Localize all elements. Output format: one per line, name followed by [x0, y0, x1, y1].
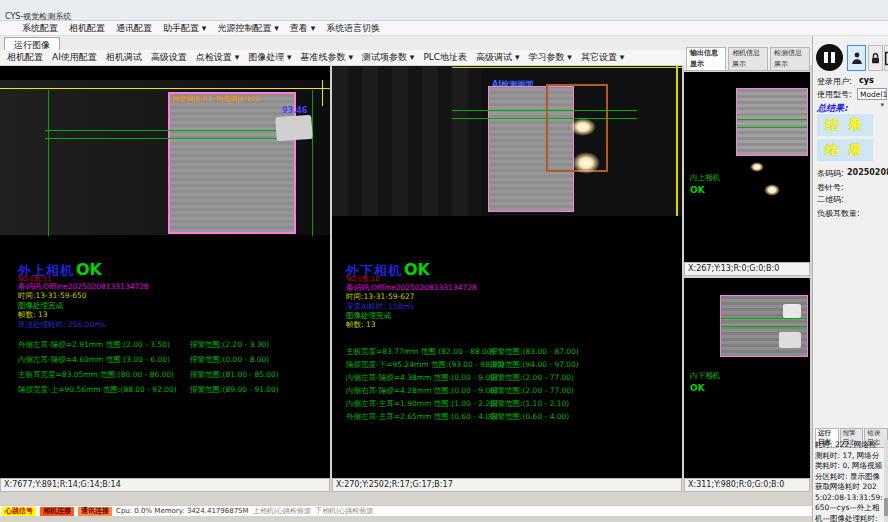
overlay-flare-spot [572, 152, 600, 174]
left-camera-image[interactable]: 固定阈值:93, 动态阈值:100 93.46 [0, 80, 330, 235]
left-process-status: 图像处理完成 [18, 302, 63, 310]
middle-camera-image[interactable]: AI检测画面 [332, 66, 682, 216]
tool-learning-params[interactable]: 学习参数 ▾ [529, 51, 572, 64]
top-camera-heartbeat-text: 上相机|心跳检验源 [253, 506, 311, 516]
user-button[interactable] [847, 45, 866, 71]
exit-button[interactable] [884, 45, 888, 71]
status-bar: 心跳信号 相机连接 通讯连接 Cpu: 0.0% Memory: 3424.41… [0, 505, 812, 516]
left-measure-row: 外侧左耳-隔膜=2.91mm 范围:(2.00 - 3.50) [18, 340, 170, 350]
menu-assistant-config[interactable]: 助手配置 ▾ [163, 22, 206, 35]
tool-advanced-settings[interactable]: 高级设置 [151, 51, 187, 64]
overlay-green-vline-left [48, 90, 49, 236]
overlay-yellow-hline [452, 67, 682, 68]
overlay-green-vline-right [312, 90, 313, 236]
middle-alarm-row: 报警范围:(2.00 - 77.00) [490, 386, 574, 396]
thumb-bottom-status: OK [690, 384, 705, 393]
thumb-top-label: 内上相机 [690, 174, 720, 182]
result-box-bottom: 结 果 [817, 139, 873, 161]
overlay-green-hline [721, 326, 807, 327]
barcode-label: 条码码: [817, 168, 844, 179]
middle-measure-row: 内侧右耳-隔膜=4.28mm 范围:(0.00 - 9.00) [346, 386, 498, 396]
left-barcode: 条码码:Offline20250208133134728 [18, 283, 149, 291]
overlay-dark-texture [332, 66, 482, 216]
left-alarm-row: 报警范围:(2.20 - 3.30) [190, 340, 269, 350]
middle-measure-row: 隔膜宽度-下=95.24mm 范围:(93.00 - 98.00) [346, 360, 505, 370]
log-scrollbar[interactable] [884, 440, 888, 522]
tool-plc-address[interactable]: PLC地址表 [423, 51, 467, 64]
tool-ai-config[interactable]: AI使用配置 [52, 51, 97, 64]
middle-barcode: 条码码:Offline20250208133134728 [346, 284, 477, 292]
thumb-tab-output-info[interactable]: 输出信息显示 [686, 47, 726, 70]
overlay-green-hline-2 [452, 118, 637, 119]
left-elapsed: 算法处理耗时: 256.00ms [18, 321, 105, 329]
cpu-memory-readout: Cpu: 0.0% Memory: 3424.41796875M [116, 507, 249, 515]
middle-ng-count: NG次数:10 [346, 276, 379, 283]
thumb-tab-detect-info[interactable]: 检测信息展示 [770, 47, 810, 70]
thumb-bottom-label: 内下相机 [690, 372, 720, 380]
left-time: 时间:13-31-59-650 [18, 292, 87, 300]
tool-spot-check[interactable]: 点检设置 ▾ [196, 51, 239, 64]
qr-code-label: 二维码: [817, 194, 844, 205]
comm-connection-indicator: 通讯连接 [78, 507, 112, 516]
menu-bar: 系统配置 相机配置 通讯配置 助手配置 ▾ 光源控制配置 ▾ 查看 ▾ 系统语言… [0, 21, 888, 36]
lock-button[interactable] [868, 45, 883, 71]
tool-test-params[interactable]: 测试项参数 ▾ [362, 51, 414, 64]
pause-icon [824, 52, 828, 63]
tool-image-processing[interactable]: 图像处理 ▾ [248, 51, 291, 64]
overlay-threshold-text: 固定阈值:93, 动态阈值:100 [172, 94, 259, 104]
overlay-green-hline-1 [452, 110, 637, 111]
middle-camera-status: OK [404, 260, 430, 279]
menu-camera-config[interactable]: 相机配置 [69, 22, 105, 35]
result-box-top: 结 果 [817, 114, 873, 136]
left-measure-row: 内侧左耳-隔膜=4.60mm 范围:(3.00 - 6.00) [18, 355, 170, 365]
left-alarm-row: 报警范围:(81.00 - 85.00) [190, 370, 279, 380]
menu-language-switch[interactable]: 系统语言切换 [326, 22, 380, 35]
left-coords-bar: X:7677;Y:891;R:14;G:14;B:14 [0, 478, 330, 492]
middle-alarm-row: 报警范围:(83.00 - 87.00) [490, 347, 579, 357]
overlay-flare-spot [764, 184, 780, 196]
menu-system-config[interactable]: 系统配置 [22, 22, 58, 35]
log-text: 耗时: 222, 网络检测耗时: 17, 网络分类耗时: 0, 网络视频分区耗时… [815, 440, 883, 522]
middle-process-status: 图像处理完成 [346, 312, 391, 320]
tab-count-label: 负极耳数量: [817, 208, 860, 219]
thumbnail-tab-strip: 输出信息显示 相机信息展示 检测信息展示 [684, 58, 810, 71]
overlay-green-hline [737, 119, 807, 120]
heartbeat-indicator: 心跳信号 [2, 507, 36, 516]
menu-view[interactable]: 查看 ▾ [290, 22, 315, 35]
left-camera-status: OK [76, 260, 102, 279]
model-label: 使用型号: [817, 89, 852, 100]
log-scrollbar-thumb[interactable] [884, 498, 888, 516]
tool-other-settings[interactable]: 其它设置 ▾ [581, 51, 624, 64]
tool-camera-config[interactable]: 相机配置 [7, 51, 43, 64]
tool-advanced-debug[interactable]: 高级调试 ▾ [476, 51, 519, 64]
tool-camera-debug[interactable]: 相机调试 [106, 51, 142, 64]
overlay-flare-spot [750, 162, 764, 172]
model-select[interactable]: Model1▾ [857, 88, 887, 100]
user-icon [851, 50, 863, 66]
middle-alarm-row: 报警范围:(94.00 - 97.00) [490, 360, 579, 370]
menu-comm-config[interactable]: 通讯配置 [116, 22, 152, 35]
tool-baseline-params[interactable]: 基准线参数 ▾ [301, 51, 353, 64]
chevron-down-icon: ▾ [880, 100, 884, 111]
thumb-tab-camera-info[interactable]: 相机信息展示 [728, 47, 768, 70]
login-user-value: cys [859, 76, 874, 85]
middle-camera-panel: AI检测画面 外下相机OK NG次数:10 条码码:Offline2025020… [332, 66, 682, 478]
left-measure-row: 隔膜宽度-上=90.56mm 范围:(88.00 - 92.00) [18, 385, 177, 395]
thumb-bottom-image[interactable] [720, 295, 808, 357]
menu-light-control[interactable]: 光源控制配置 ▾ [217, 22, 278, 35]
overlay-measure-value: 93.46 [282, 106, 307, 115]
middle-measure-row: 外侧左耳-主耳=2.65mm 范围:(0.60 - 4.00) [346, 412, 498, 422]
left-alarm-row: 报警范围:(89.00 - 91.00) [190, 385, 279, 395]
overlay-part-region [168, 92, 296, 234]
thumb-top-image[interactable] [736, 88, 808, 156]
thumb-top-panel: 内上相机 OK [684, 72, 810, 262]
needle-number-label: 卷针号: [817, 182, 844, 193]
overlay-flange-shape [783, 304, 801, 318]
lock-icon [870, 51, 881, 66]
pause-button[interactable] [816, 44, 843, 71]
bottom-camera-heartbeat-text: 下相机|心跳检验源 [315, 506, 373, 516]
overlay-yellow-vline [676, 66, 678, 216]
middle-alarm-row: 报警范围:(1.10 - 2.10) [490, 399, 569, 409]
middle-alarm-row: 报警范围:(0.60 - 4.00) [490, 412, 569, 422]
middle-measure-row: 主极宽度=83.77mm 范围:(82.00 - 88.00) [346, 347, 495, 357]
